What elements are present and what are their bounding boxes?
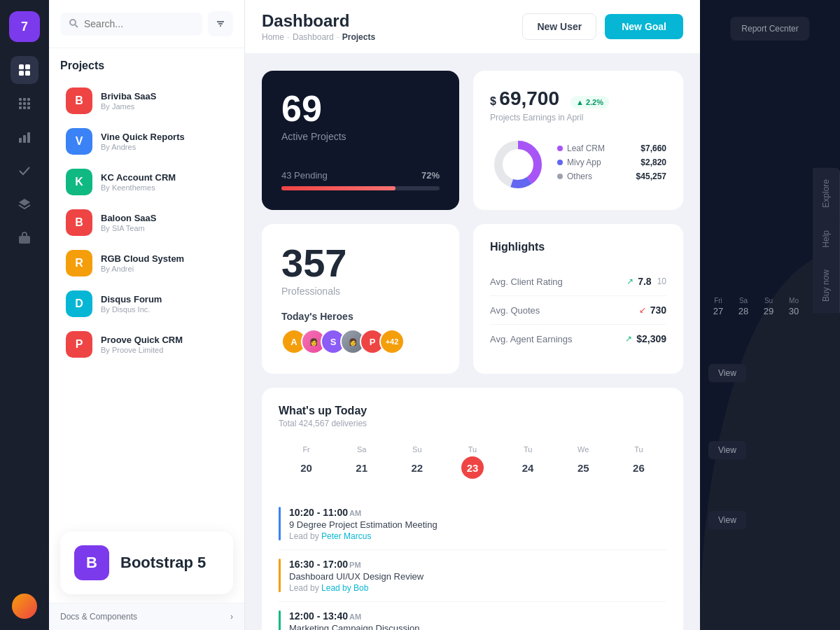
cal-day-num: 21 [351, 456, 373, 479]
svg-rect-11 [23, 106, 26, 109]
right-cal-day-30[interactable]: Mo 30 [781, 294, 806, 319]
user-avatar[interactable] [12, 594, 37, 619]
project-item-5[interactable]: D Disqus Forum By Disqus Inc. [60, 284, 233, 324]
project-by-5: By Disqus Inc. [101, 305, 227, 314]
earnings-donut [490, 136, 546, 192]
right-cal-day-27[interactable]: Fri 27 [706, 294, 731, 319]
explore-tab[interactable]: Explore [813, 168, 840, 219]
breadcrumb-sep1: - [287, 32, 290, 42]
project-by-3: By SIA Team [101, 224, 227, 232]
sidebar: Projects B Briviba SaaS By James V Vine … [49, 0, 245, 630]
breadcrumb-dashboard[interactable]: Dashboard [293, 32, 334, 42]
cal-day-24[interactable]: Tu 24 [500, 440, 556, 484]
chevron-right-icon: › [230, 612, 233, 622]
calendar-section: What's up Today Total 424,567 deliveries… [262, 388, 683, 630]
right-cal-day-28[interactable]: Sa 28 [731, 294, 756, 319]
project-item-3[interactable]: B Baloon SaaS By SIA Team [60, 202, 233, 243]
highlight-label-quotes: Avg. Quotes [490, 305, 540, 316]
project-item-6[interactable]: P Proove Quick CRM By Proove Limited [60, 324, 233, 365]
cal-day-25[interactable]: We 25 [556, 440, 611, 484]
right-cal-days: Fri 27 Sa 28 Su 29 Mo 30 [700, 294, 812, 319]
cal-day-22[interactable]: Su 22 [389, 440, 444, 484]
cal-day-21[interactable]: Sa 21 [334, 440, 389, 484]
nav-avatar[interactable]: 7 [9, 11, 40, 42]
cal-day-num: 25 [572, 456, 594, 479]
project-name-1: Vine Quick Reports [101, 132, 227, 142]
legend-val-mivy: $2,820 [640, 158, 666, 167]
nav-icon-check[interactable] [10, 157, 38, 185]
search-input[interactable] [84, 18, 194, 29]
project-name-5: Disqus Forum [101, 294, 227, 304]
svg-rect-7 [19, 102, 22, 105]
bootstrap-card: B Bootstrap 5 [60, 531, 233, 594]
quotes-value: 730 [650, 304, 666, 316]
highlight-row-rating: Avg. Client Rating ↗ 7.8 10 [490, 267, 666, 296]
event-lead-link-1[interactable]: Lead by Bob [321, 583, 368, 593]
docs-link[interactable]: Docs & Components › [49, 603, 244, 630]
docs-label: Docs & Components [60, 612, 137, 622]
svg-rect-8 [23, 102, 26, 105]
project-icon-6: P [66, 331, 92, 358]
project-icon-1: V [66, 128, 92, 155]
right-cal-day-29[interactable]: Su 29 [756, 294, 781, 319]
event-time-2: 12:00 - 13:40AM [289, 610, 666, 622]
nav-icon-apps[interactable] [10, 90, 38, 118]
project-by-4: By Andrei [101, 265, 227, 273]
active-projects-bottom: 43 Pending 72% [281, 170, 440, 190]
new-user-button[interactable]: New User [522, 13, 596, 40]
new-goal-button[interactable]: New Goal [605, 14, 683, 39]
cal-day-26[interactable]: Tu 26 [611, 440, 666, 484]
highlight-label-rating: Avg. Client Rating [490, 276, 563, 287]
filter-icon[interactable] [208, 11, 233, 36]
svg-rect-4 [19, 98, 22, 101]
cal-day-num: 26 [627, 456, 650, 479]
earnings-amount: $ 69,700 [490, 88, 559, 110]
arrow-up-icon2: ↗ [625, 334, 632, 344]
view-button-2[interactable]: View [708, 441, 746, 459]
buynow-tab[interactable]: Buy now [813, 258, 840, 313]
event-name-2: Marketing Campaign Discussion [289, 623, 666, 630]
right-cal-day-name: Mo [783, 297, 805, 304]
right-cal-day-num: 29 [757, 306, 780, 316]
svg-rect-6 [27, 98, 30, 101]
cal-day-name: Tu [614, 445, 664, 454]
breadcrumb-home[interactable]: Home [262, 32, 284, 42]
event-body-2: 12:00 - 13:40AM Marketing Campaign Discu… [289, 610, 666, 630]
view-button-3[interactable]: View [708, 511, 746, 529]
project-item-4[interactable]: R RGB Cloud System By Andrei [60, 243, 233, 284]
heroes-title: Today's Heroes [281, 311, 440, 322]
progress-bar-fill [281, 186, 396, 190]
svg-rect-5 [23, 98, 26, 101]
pending-row: 43 Pending 72% [281, 170, 440, 181]
active-projects-number: 69 [281, 90, 440, 127]
row-2: 357 Professionals Today's Heroes A 👩 S 👩… [262, 224, 683, 374]
search-wrap[interactable] [60, 13, 202, 36]
event-lead-link-0[interactable]: Peter Marcus [321, 531, 371, 541]
report-center-button[interactable]: Report Cecnter [730, 17, 809, 41]
svg-rect-0 [19, 64, 24, 69]
nav-icon-chart[interactable] [10, 123, 38, 151]
highlight-label-earnings: Avg. Agent Earnings [490, 334, 573, 344]
project-item-2[interactable]: K KC Account CRM By Keenthemes [60, 162, 233, 202]
cal-day-num: 24 [517, 456, 539, 479]
svg-rect-9 [27, 102, 30, 105]
highlight-val-earnings: ↗ $2,309 [625, 333, 666, 344]
progress-bar-wrap [281, 186, 440, 190]
earnings-card: $ 69,700 ▲ 2.2% Projects Earnings in Apr… [473, 71, 683, 210]
cal-day-20[interactable]: Fr 20 [279, 440, 334, 484]
project-item-0[interactable]: B Briviba SaaS By James [60, 80, 233, 121]
nav-icon-briefcase[interactable] [10, 224, 38, 252]
cal-day-name: Tu [503, 445, 553, 454]
cal-day-name: Sa [337, 445, 386, 454]
view-button-1[interactable]: View [708, 364, 746, 382]
right-cal-day-name: Sa [732, 297, 755, 304]
help-tab[interactable]: Help [813, 219, 840, 259]
event-line-1 [279, 559, 281, 592]
svg-rect-2 [19, 71, 24, 76]
cal-day-23[interactable]: Tu 23 [444, 440, 500, 484]
breadcrumb-current: Projects [342, 32, 375, 42]
dashboard: 69 Active Projects 43 Pending 72% $ [245, 54, 700, 630]
nav-icon-grid[interactable] [10, 56, 38, 84]
project-item-1[interactable]: V Vine Quick Reports By Andres [60, 121, 233, 162]
nav-icon-layers[interactable] [10, 190, 38, 218]
